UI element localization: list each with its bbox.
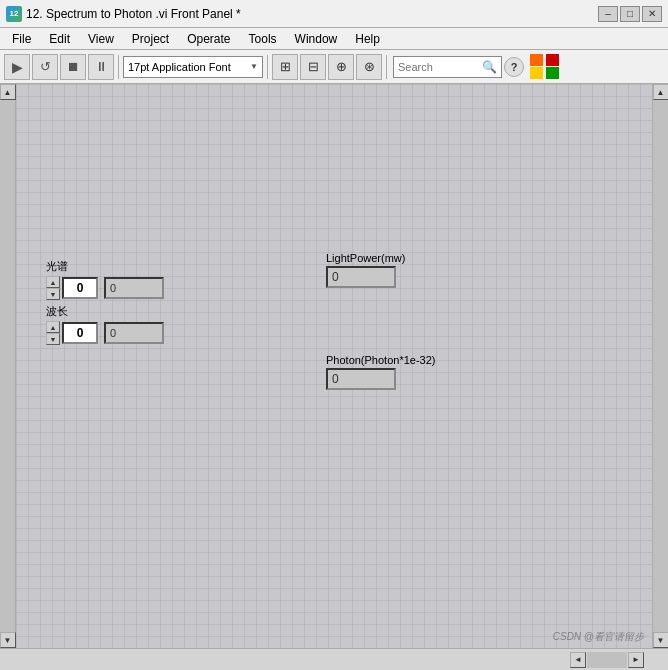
search-icon[interactable]: 🔍 (482, 60, 497, 74)
scroll-left-arrow[interactable]: ◄ (570, 652, 586, 668)
wavelength-arrows: ▲ ▼ (46, 321, 60, 345)
menu-view[interactable]: View (80, 28, 122, 49)
canvas: 光谱 ▲ ▼ 0 0 波长 ▲ ▼ 0 0 (16, 84, 652, 648)
horizontal-scroll: ◄ ► (570, 652, 644, 668)
title-bar: 12 12. Spectrum to Photon .vi Front Pane… (0, 0, 668, 28)
lightpower-label: LightPower(mw) (326, 252, 405, 264)
menu-tools[interactable]: Tools (241, 28, 285, 49)
window-controls: – □ ✕ (598, 6, 662, 22)
wavelength-down-arrow[interactable]: ▼ (46, 333, 60, 345)
corner-squares (530, 54, 560, 80)
toolbar-btn-1[interactable]: ⊞ (272, 54, 298, 80)
photon-label: Photon(Photon*1e-32) (326, 354, 435, 366)
scroll-right-down[interactable]: ▼ (653, 632, 669, 648)
menu-help[interactable]: Help (347, 28, 388, 49)
search-box: 🔍 (393, 56, 502, 78)
app-icon: 12 (6, 6, 22, 22)
wavelength-up-arrow[interactable]: ▲ (46, 321, 60, 333)
toolbar-separator-2 (267, 55, 268, 79)
spectrum-down-arrow[interactable]: ▼ (46, 288, 60, 300)
toolbar-separator-1 (118, 55, 119, 79)
font-name-label: 17pt Application Font (128, 61, 231, 73)
scroll-track-left (0, 100, 15, 632)
toolbar: ▶ ↺ ⏹ ⏸ 17pt Application Font ⊞ ⊟ ⊕ ⊛ 🔍 … (0, 50, 668, 84)
close-button[interactable]: ✕ (642, 6, 662, 22)
spectrum-display: 0 (104, 277, 164, 299)
restore-button[interactable]: □ (620, 6, 640, 22)
wavelength-control: 波长 ▲ ▼ 0 0 (46, 304, 164, 345)
return-arrow-button[interactable]: ↺ (32, 54, 58, 80)
scroll-left: ▲ ▼ (0, 84, 16, 648)
minimize-button[interactable]: – (598, 6, 618, 22)
toolbar-btn-2[interactable]: ⊟ (300, 54, 326, 80)
spectrum-arrows: ▲ ▼ (46, 276, 60, 300)
scroll-right-up[interactable]: ▲ (653, 84, 669, 100)
color-sq-1 (530, 54, 543, 66)
scroll-right: ▲ ▼ (652, 84, 668, 648)
lightpower-indicator: LightPower(mw) 0 (326, 252, 405, 288)
photon-indicator: Photon(Photon*1e-32) 0 (326, 354, 435, 390)
scroll-right-arrow[interactable]: ► (628, 652, 644, 668)
menu-file[interactable]: File (4, 28, 39, 49)
spectrum-label: 光谱 (46, 259, 164, 274)
color-sq-4 (546, 67, 559, 79)
spectrum-control: 光谱 ▲ ▼ 0 0 (46, 259, 164, 300)
help-button[interactable]: ? (504, 57, 524, 77)
menu-window[interactable]: Window (287, 28, 346, 49)
scroll-thumb (587, 652, 627, 668)
menu-project[interactable]: Project (124, 28, 177, 49)
lightpower-value: 0 (326, 266, 396, 288)
scroll-up-arrow[interactable]: ▲ (0, 84, 16, 100)
spectrum-numeric: ▲ ▼ 0 0 (46, 276, 164, 300)
pause-button[interactable]: ⏸ (88, 54, 114, 80)
status-bar: ◄ ► (0, 648, 668, 670)
run-arrow-button[interactable]: ▶ (4, 54, 30, 80)
scroll-down-arrow[interactable]: ▼ (0, 632, 16, 648)
main-area: ▲ ▼ 光谱 ▲ ▼ 0 0 波长 ▲ ▼ (0, 84, 668, 648)
wavelength-label: 波长 (46, 304, 164, 319)
spectrum-up-arrow[interactable]: ▲ (46, 276, 60, 288)
color-sq-3 (530, 67, 543, 79)
scroll-track-right (653, 100, 668, 632)
wavelength-numeric: ▲ ▼ 0 0 (46, 321, 164, 345)
color-sq-2 (546, 54, 559, 66)
window-title: 12. Spectrum to Photon .vi Front Panel * (26, 7, 594, 21)
menu-bar: File Edit View Project Operate Tools Win… (0, 28, 668, 50)
menu-edit[interactable]: Edit (41, 28, 78, 49)
toolbar-separator-3 (386, 55, 387, 79)
toolbar-btn-4[interactable]: ⊛ (356, 54, 382, 80)
photon-value: 0 (326, 368, 396, 390)
search-input[interactable] (398, 61, 478, 73)
toolbar-btn-3[interactable]: ⊕ (328, 54, 354, 80)
font-selector[interactable]: 17pt Application Font (123, 56, 263, 78)
spectrum-value[interactable]: 0 (62, 277, 98, 299)
stop-button[interactable]: ⏹ (60, 54, 86, 80)
wavelength-value[interactable]: 0 (62, 322, 98, 344)
watermark: CSDN @看官请留步 (553, 630, 644, 644)
menu-operate[interactable]: Operate (179, 28, 238, 49)
wavelength-display: 0 (104, 322, 164, 344)
